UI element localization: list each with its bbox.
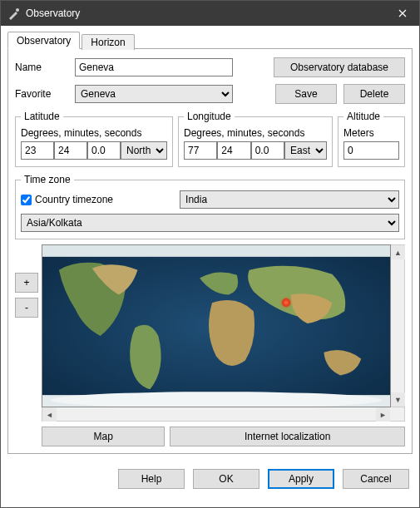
longitude-group: Longitude Degrees, minutes, seconds East (178, 111, 333, 167)
scroll-left-arrow[interactable]: ◄ (42, 407, 57, 422)
apply-button[interactable]: Apply (268, 469, 334, 489)
altitude-input[interactable] (343, 141, 399, 160)
country-select[interactable]: India (180, 190, 399, 209)
save-button[interactable]: Save (275, 84, 337, 104)
map-vscrollbar[interactable]: ▲ ▼ (391, 244, 405, 407)
country-tz-checkbox[interactable] (21, 195, 32, 205)
tab-horizon[interactable]: Horizon (82, 34, 134, 50)
svg-rect-2 (42, 245, 390, 257)
zoom-out-button[interactable]: - (15, 298, 38, 318)
country-tz-label[interactable]: Country timezone (21, 194, 113, 205)
name-label: Name (15, 62, 68, 73)
map-hscrollbar[interactable]: ◄ ► (42, 407, 405, 422)
lon-min-input[interactable] (217, 141, 250, 160)
world-map[interactable] (42, 244, 391, 407)
scroll-down-arrow[interactable]: ▼ (391, 392, 405, 407)
delete-button[interactable]: Delete (343, 84, 405, 104)
titlebar: Observatory (1, 1, 419, 26)
timezone-legend: Time zone (21, 174, 74, 185)
longitude-sublabel: Degrees, minutes, seconds (184, 127, 327, 139)
window-title: Observatory (26, 7, 386, 19)
lat-deg-input[interactable] (21, 141, 54, 160)
lat-sec-input[interactable] (87, 141, 121, 160)
favorite-select[interactable]: Geneva (75, 85, 233, 103)
lon-hemi-select[interactable]: East (284, 141, 327, 160)
altitude-group: Altitude Meters (338, 111, 405, 167)
cancel-button[interactable]: Cancel (343, 469, 409, 489)
observatory-database-button[interactable]: Observatory database (274, 57, 405, 77)
tab-panel-observatory: Name Observatory database Favorite Genev… (7, 49, 413, 454)
latitude-sublabel: Degrees, minutes, seconds (21, 127, 167, 139)
timezone-select[interactable]: Asia/Kolkata (21, 214, 399, 232)
tab-bar: Observatory Horizon (7, 31, 413, 49)
latitude-legend: Latitude (21, 111, 63, 122)
latitude-group: Latitude Degrees, minutes, seconds North (15, 111, 173, 167)
zoom-in-button[interactable]: + (15, 273, 38, 293)
app-icon (7, 7, 21, 20)
timezone-group: Time zone Country timezone India Asia/Ko… (15, 174, 405, 239)
help-button[interactable]: Help (118, 469, 185, 489)
close-button[interactable] (386, 1, 419, 26)
lat-min-input[interactable] (54, 141, 87, 160)
name-input[interactable] (75, 58, 233, 76)
dialog-footer: Help OK Apply Cancel (1, 461, 419, 499)
favorite-label: Favorite (15, 88, 68, 100)
scroll-up-arrow[interactable]: ▲ (391, 245, 405, 259)
lon-sec-input[interactable] (251, 141, 284, 160)
svg-point-0 (16, 8, 19, 12)
internet-localization-button[interactable]: Internet localization (170, 427, 405, 446)
altitude-legend: Altitude (343, 111, 383, 122)
lon-deg-input[interactable] (184, 141, 217, 160)
map-button[interactable]: Map (42, 427, 165, 446)
altitude-sublabel: Meters (343, 127, 399, 139)
ok-button[interactable]: OK (193, 469, 259, 489)
tab-observatory[interactable]: Observatory (7, 32, 80, 49)
scroll-right-arrow[interactable]: ► (376, 407, 390, 422)
lat-hemi-select[interactable]: North (121, 141, 167, 160)
longitude-legend: Longitude (184, 111, 235, 122)
